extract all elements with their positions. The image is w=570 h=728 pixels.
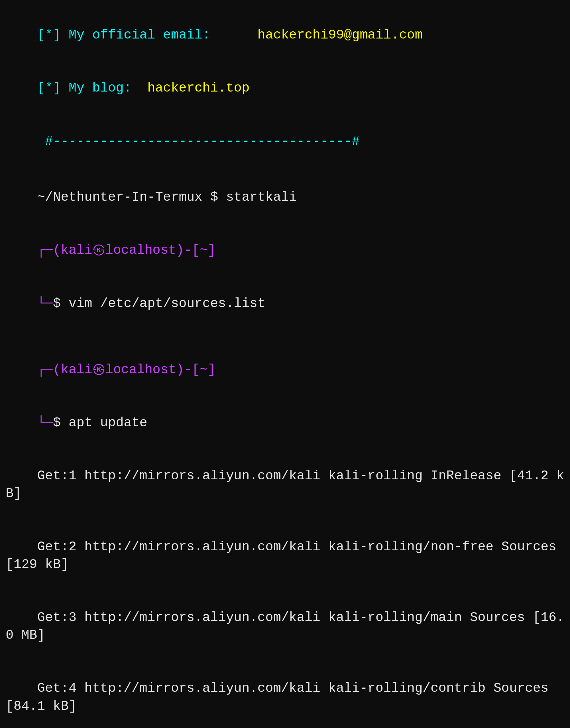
get-text-3: Get:3 http://mirrors.aliyun.com/kali kal… [6,610,564,643]
kali-dollar-1: └─ [37,296,53,311]
get-line-4: Get:4 http://mirrors.aliyun.com/kali kal… [6,662,564,728]
kali-cmd-text-2: $ apt update [53,415,148,430]
header-email-value: hackerchi99@gmail.com [257,28,422,42]
get-text-1: Get:1 http://mirrors.aliyun.com/kali kal… [6,469,564,501]
divider-text: #--------------------------------------# [37,134,360,149]
kali-prompt-text-1: ┌─(kali㉿localhost)-[~] [37,243,216,258]
kali-cmd-1: └─$ vim /etc/apt/sources.list [6,277,564,330]
header-official: official [92,28,155,42]
get-line-1: Get:1 http://mirrors.aliyun.com/kali kal… [6,449,564,520]
kali-cmd-text-1: $ vim /etc/apt/sources.list [53,296,265,311]
header-line2: [*] My blog: hackerchi.top [6,61,564,115]
get-text-2: Get:2 http://mirrors.aliyun.com/kali kal… [6,540,564,572]
get-text-4: Get:4 http://mirrors.aliyun.com/kali kal… [6,681,556,713]
nethunter-prompt: ~/Nethunter-In-Termux $ startkali [37,190,297,205]
header-email-label: email: [155,28,258,42]
kali-prompt-1: ┌─(kali㉿localhost)-[~] [6,224,564,277]
get-line-2: Get:2 http://mirrors.aliyun.com/kali kal… [6,520,564,591]
kali-prompt-2: ┌─(kali㉿localhost)-[~] [6,343,564,396]
empty-line-1 [6,330,564,343]
header-blog-label: [*] My blog: [37,81,147,96]
kali-dollar-2: └─ [37,415,53,430]
header-line1: [*] My official email: hackerchi99@gmail… [6,9,564,61]
terminal-window: [*] My official email: hackerchi99@gmail… [0,0,570,728]
header-divider: #--------------------------------------# [6,115,564,168]
kali-cmd-2: └─$ apt update [6,396,564,449]
header-prefix1: [*] My [37,28,92,42]
header-blog-value: hackerchi.top [148,81,250,96]
get-line-3: Get:3 http://mirrors.aliyun.com/kali kal… [6,591,564,662]
startkali-prompt: ~/Nethunter-In-Termux $ startkali [6,171,564,224]
kali-prompt-text-2: ┌─(kali㉿localhost)-[~] [37,362,216,377]
